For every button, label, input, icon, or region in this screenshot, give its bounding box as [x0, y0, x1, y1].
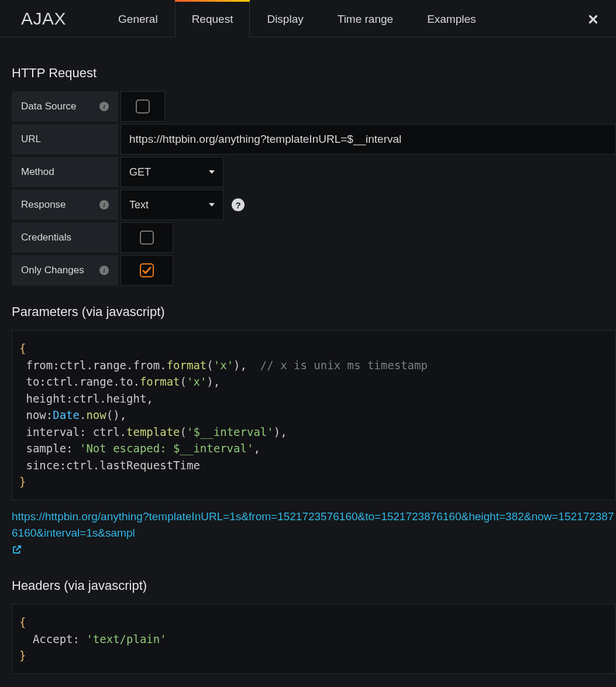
tab-display[interactable]: Display — [250, 0, 320, 37]
row-url: URL — [12, 124, 616, 154]
help-icon[interactable]: ? — [232, 198, 245, 211]
checkbox-data-source[interactable] — [121, 91, 165, 122]
result-url-link[interactable]: https://httpbin.org/anything?templateInU… — [12, 509, 616, 560]
content-area: HTTP Request Data Source i URL Method GE… — [0, 37, 616, 674]
tab-examples[interactable]: Examples — [410, 0, 493, 37]
tab-list: General Request Display Time range Examp… — [101, 0, 493, 37]
select-value: Text — [129, 199, 149, 211]
caret-down-icon — [209, 170, 215, 174]
tab-request[interactable]: Request — [175, 0, 250, 37]
row-response: Response i Text ? — [12, 190, 616, 220]
label-data-source: Data Source i — [12, 91, 118, 122]
checkbox-icon — [136, 99, 150, 114]
caret-down-icon — [209, 203, 215, 207]
row-data-source: Data Source i — [12, 91, 616, 122]
select-method[interactable]: GET — [121, 157, 223, 187]
checkbox-only-changes[interactable] — [121, 255, 173, 286]
row-method: Method GET — [12, 157, 616, 187]
checkbox-icon — [140, 231, 154, 245]
parameters-code-editor[interactable]: { from:ctrl.range.from.format('x'), // x… — [12, 330, 616, 500]
label-text: URL — [21, 133, 41, 145]
label-text: Response — [21, 199, 66, 211]
label-response: Response i — [12, 190, 118, 220]
tab-time-range[interactable]: Time range — [321, 0, 410, 37]
checkbox-checked-icon — [140, 263, 154, 277]
headers-code-editor[interactable]: { Accept: 'text/plain' } — [12, 604, 616, 674]
label-credentials: Credentials — [12, 222, 118, 253]
url-input[interactable] — [121, 124, 616, 154]
label-method: Method — [12, 157, 118, 187]
external-link-icon — [12, 544, 22, 555]
tab-label: General — [118, 13, 158, 26]
checkbox-credentials[interactable] — [121, 222, 173, 253]
select-response[interactable]: Text — [121, 190, 223, 220]
info-icon[interactable]: i — [99, 102, 109, 111]
tab-label: Examples — [427, 13, 476, 26]
section-title-headers: Headers (via javascript) — [12, 578, 616, 593]
label-text: Method — [21, 166, 54, 178]
label-only-changes: Only Changes i — [12, 255, 118, 286]
label-url: URL — [12, 124, 118, 154]
section-title-parameters: Parameters (via javascript) — [12, 304, 616, 320]
header-bar: AJAX General Request Display Time range … — [0, 0, 616, 37]
tab-label: Time range — [338, 13, 393, 26]
tab-general[interactable]: General — [101, 0, 175, 37]
label-text: Data Source — [21, 101, 77, 112]
tab-label: Request — [192, 13, 233, 26]
panel-title: AJAX — [21, 9, 66, 29]
row-credentials: Credentials — [12, 222, 616, 253]
section-title-http: HTTP Request — [12, 66, 616, 81]
row-only-changes: Only Changes i — [12, 255, 616, 286]
info-icon[interactable]: i — [99, 266, 109, 275]
tab-label: Display — [267, 13, 303, 26]
label-text: Only Changes — [21, 265, 84, 276]
result-url-text: https://httpbin.org/anything?templateInU… — [12, 510, 614, 540]
label-text: Credentials — [21, 232, 71, 243]
close-icon[interactable] — [587, 13, 600, 29]
info-icon[interactable]: i — [99, 200, 109, 209]
select-value: GET — [129, 166, 151, 178]
